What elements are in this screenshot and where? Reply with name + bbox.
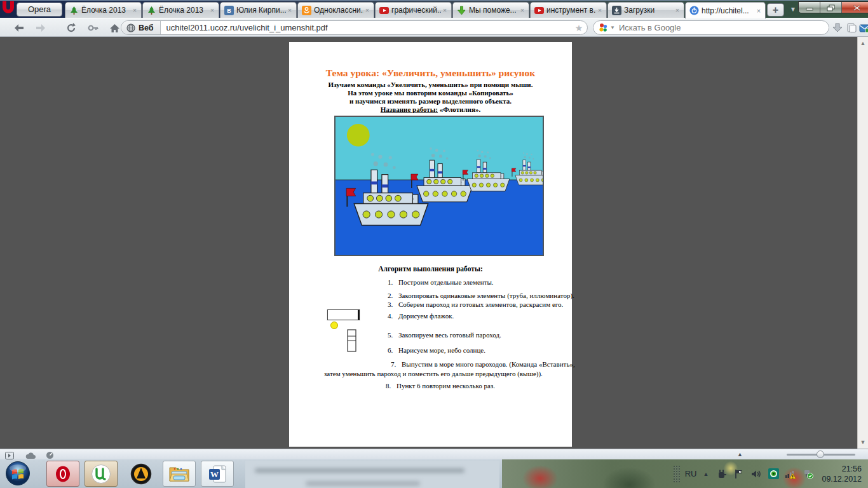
- step-2: 2.Закопировать одинаковые элементы (труб…: [388, 292, 574, 299]
- step-1: 1.Построим отдельные элементы.: [388, 278, 494, 286]
- zoom-slider[interactable]: [787, 454, 855, 456]
- tab-close-icon[interactable]: ×: [519, 6, 526, 14]
- start-button[interactable]: [5, 461, 31, 486]
- taskbar-aimp-button[interactable]: [125, 461, 158, 487]
- tab-close-icon[interactable]: ×: [596, 6, 604, 14]
- algorithm-heading: Алгоритм выполнения работы:: [289, 265, 572, 273]
- browser-toolbar: Веб uchitel2011.ucoz.ru/uvelichit_i_umen…: [0, 18, 868, 37]
- google-icon: [599, 23, 608, 32]
- tab-youtube-2[interactable]: инструмент в... ×: [530, 2, 607, 18]
- usb-safely-remove-icon[interactable]: [802, 468, 813, 480]
- panels-arrow-icon[interactable]: ▲: [737, 451, 743, 458]
- tab-downloads[interactable]: Загрузки ×: [607, 2, 684, 18]
- address-bar[interactable]: Веб uchitel2011.ucoz.ru/uvelichit_i_umen…: [121, 20, 588, 35]
- tab-close-icon[interactable]: ×: [674, 6, 681, 14]
- taskbar-opera-button[interactable]: [46, 461, 79, 487]
- new-tab-button[interactable]: +: [767, 3, 784, 17]
- restore-button[interactable]: [820, 2, 842, 13]
- blurred-taskbar-region: [245, 461, 499, 488]
- nod32-icon[interactable]: [768, 468, 779, 480]
- search-input[interactable]: [619, 23, 829, 32]
- network-warning-icon[interactable]: [785, 468, 796, 480]
- step-7: 7.Выпустим в море много пароходов. (Кома…: [391, 360, 575, 368]
- clock[interactable]: 21:56 09.12.2012: [822, 464, 862, 484]
- element-rectangle-drawing: [327, 309, 360, 320]
- search-engine-dropdown-icon[interactable]: ▼: [610, 25, 615, 30]
- window-controls: [798, 1, 868, 13]
- tab-label: Ёлочка 2013: [159, 6, 208, 15]
- action-center-flag-icon[interactable]: [733, 468, 745, 480]
- tab-uchitel-active[interactable]: http://uchitel... ×: [685, 2, 766, 18]
- tab-close-icon[interactable]: ×: [286, 6, 294, 14]
- work-name: «Флотилия».: [438, 105, 480, 113]
- tab-label: Юлия Кирпи...: [236, 6, 286, 15]
- sun: [347, 124, 370, 147]
- reload-icon[interactable]: [64, 21, 79, 35]
- step-7-line2: затем уменьшить пароход и поместить его …: [324, 370, 543, 377]
- security-badge[interactable]: Веб: [121, 20, 161, 35]
- step-3: 3.Соберем пароход из готовых элементов, …: [388, 301, 563, 308]
- tab-close-icon[interactable]: ×: [441, 6, 449, 14]
- download-panel-icon[interactable]: [830, 21, 845, 35]
- speaker-icon[interactable]: [750, 468, 762, 480]
- key-icon[interactable]: [86, 21, 101, 35]
- youtube-icon: [379, 6, 389, 15]
- tree-icon: [147, 6, 156, 15]
- badge-label: Веб: [139, 24, 154, 32]
- plugin-sphere-icon: [689, 6, 699, 15]
- pdf-viewer-area: Тема урока: «Увеличить, уменьшить» рисун…: [0, 37, 857, 449]
- lesson-subtitle-1: Изучаем команды «Увеличить, уменьшить» п…: [289, 81, 572, 88]
- bookmark-star-icon[interactable]: ★: [571, 23, 587, 33]
- power-plug-icon[interactable]: [716, 468, 728, 480]
- scroll-down-icon[interactable]: ▼: [858, 437, 868, 447]
- browser-tab-bar: Opera Ёлочка 2013 × Ёлочка 2013 × В Юлия…: [0, 0, 868, 18]
- tray-expand-icon[interactable]: ▲: [703, 471, 709, 477]
- scroll-up-icon[interactable]: ▲: [858, 38, 868, 48]
- work-label: Название работы:: [381, 105, 438, 113]
- mail-icon[interactable]: [857, 21, 868, 35]
- tab-elochka-2[interactable]: Ёлочка 2013 ×: [142, 2, 219, 18]
- forward-icon[interactable]: [33, 21, 48, 35]
- element-chimney-drawing: [347, 329, 356, 352]
- svg-text:В: В: [227, 8, 231, 14]
- globe-icon: [126, 24, 135, 32]
- tab-list-dropdown[interactable]: ▼: [787, 6, 799, 15]
- element-sun-drawing: [330, 322, 338, 329]
- opera-menu-button[interactable]: Opera: [17, 3, 62, 17]
- tab-close-icon[interactable]: ×: [363, 6, 371, 14]
- tab-strip: Ёлочка 2013 × Ёлочка 2013 × В Юлия Кирпи…: [65, 2, 766, 18]
- lesson-subtitle-2: На этом уроке мы повторим команды «Копир…: [289, 89, 572, 97]
- pdf-page: Тема урока: «Увеличить, уменьшить» рисун…: [289, 42, 572, 447]
- tab-close-icon[interactable]: ×: [755, 7, 763, 15]
- tab-label: http://uchitel...: [702, 6, 755, 15]
- tree-icon: [69, 6, 79, 15]
- zoom-slider-handle[interactable]: [817, 451, 824, 458]
- tab-vk[interactable]: В Юлия Кирпи... ×: [220, 2, 297, 18]
- tab-youtube-1[interactable]: графический... ×: [375, 2, 452, 18]
- url-text[interactable]: uchitel2011.ucoz.ru/uvelichit_i_umenshit…: [161, 23, 571, 32]
- step-6: 6.Нарисуем море, небо солнце.: [388, 346, 485, 354]
- downloads-icon: [612, 6, 621, 15]
- home-icon[interactable]: [107, 21, 122, 35]
- vertical-scrollbar[interactable]: ▲ ▼: [857, 37, 868, 449]
- tab-odnoklassniki[interactable]: Одноклассни... ×: [297, 2, 374, 18]
- search-field[interactable]: ▼: [593, 20, 829, 35]
- minimize-button[interactable]: [799, 2, 820, 13]
- tray-grip: [674, 466, 680, 482]
- tab-elochka-1[interactable]: Ёлочка 2013 ×: [65, 2, 142, 18]
- browser-status-bar: ▲: [0, 449, 868, 459]
- tab-label: инструмент в...: [546, 6, 596, 15]
- svg-text:W: W: [210, 470, 219, 479]
- taskbar-utorrent-button[interactable]: [85, 461, 118, 487]
- taskbar-word-button[interactable]: W: [201, 461, 234, 487]
- close-button[interactable]: [842, 2, 868, 13]
- tab-label: Одноклассни...: [314, 6, 363, 15]
- language-indicator[interactable]: RU: [685, 469, 697, 478]
- back-icon[interactable]: [11, 21, 27, 35]
- tab-close-icon[interactable]: ×: [131, 6, 139, 14]
- taskbar-explorer-button[interactable]: [163, 461, 196, 487]
- system-tray: RU ▲ 21:56 09.12.2012: [674, 459, 868, 488]
- windows-taskbar: W RU ▲ 21:56 09.12.2012: [0, 459, 868, 488]
- tab-close-icon[interactable]: ×: [208, 6, 216, 14]
- tab-my-pomozhem[interactable]: Мы поможе... ×: [452, 2, 529, 18]
